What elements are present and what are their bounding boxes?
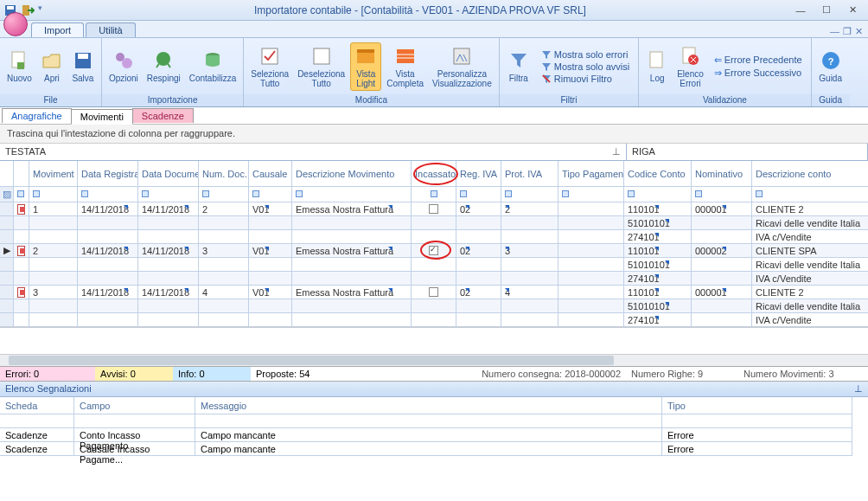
- salva-button[interactable]: Salva: [68, 48, 98, 85]
- col-tipo-pag[interactable]: Tipo Pagamento: [558, 161, 624, 187]
- title-bar: ▾ Importatore contabile - [Contabilità -…: [0, 0, 868, 21]
- segnalazioni-row[interactable]: ScadenzeConto Incasso PagamentoCampo man…: [0, 428, 868, 442]
- ribbon-group-file: Nuovo Apri Salva File: [0, 38, 102, 106]
- col-descr-conto[interactable]: Descrizione conto: [752, 161, 868, 187]
- grid-filter-row[interactable]: ▨: [0, 187, 868, 202]
- ribbon-group-validazione: Log Elenco Errori ⇐Errore Precedente ⇒Er…: [639, 38, 811, 106]
- status-movimenti: Numero Movimenti: 3: [738, 367, 868, 381]
- status-righe: Numero Righe: 9: [626, 367, 738, 381]
- band-testata: TESTATA⊥: [0, 144, 627, 160]
- window-title: Importatore contabile - [Contabilità - V…: [52, 4, 788, 16]
- status-info[interactable]: Info: 0: [173, 367, 251, 381]
- close-button[interactable]: ✕: [840, 3, 865, 18]
- col-data-reg[interactable]: Data Registrazione: [78, 161, 138, 187]
- col-prot-iva[interactable]: Prot. IVA: [501, 161, 558, 187]
- col-num-doc[interactable]: Num. Doc.: [199, 161, 249, 187]
- contabilizza-button[interactable]: Contabilizza: [186, 48, 239, 85]
- filtra-button[interactable]: Filtra: [503, 48, 534, 85]
- mdi-restore-icon[interactable]: ❐: [843, 26, 852, 37]
- mdi-minimize-icon[interactable]: —: [830, 26, 839, 37]
- mostra-solo-errori-link[interactable]: Mostra solo errori: [539, 48, 631, 61]
- table-row[interactable]: 51010101Ricavi delle vendite Italia: [0, 299, 868, 313]
- rimuovi-filtro-link[interactable]: Rimuovi Filtro: [539, 73, 631, 85]
- table-row[interactable]: 114/11/201814/11/20182V01Emessa Nostra F…: [0, 202, 868, 216]
- checkbox[interactable]: [429, 246, 438, 255]
- table-row[interactable]: 314/11/201814/11/20184V01Emessa Nostra F…: [0, 286, 868, 299]
- col-reg-iva[interactable]: Reg. IVA: [456, 161, 501, 187]
- col-causale[interactable]: Causale: [249, 161, 292, 187]
- guida-button[interactable]: ?Guida: [815, 48, 846, 85]
- col-descr-mov[interactable]: Descrizione Movimento: [292, 161, 412, 187]
- segn-col-tipo[interactable]: Tipo: [662, 397, 852, 414]
- subtab-scadenze[interactable]: Scadenze: [132, 108, 194, 123]
- table-row[interactable]: 274101IVA c/Vendite: [0, 313, 868, 327]
- personalizza-button[interactable]: Personalizza Visualizzazione: [429, 43, 495, 90]
- segnalazioni-header: Scheda Campo Messaggio Tipo: [0, 397, 868, 414]
- tab-utilita[interactable]: Utilità: [86, 22, 136, 37]
- checkbox[interactable]: [429, 287, 438, 297]
- horizontal-scrollbar[interactable]: [0, 354, 868, 366]
- col-codice-conto[interactable]: Codice Conto: [624, 161, 692, 187]
- svg-rect-4: [17, 62, 24, 69]
- status-consegna: Numero consegna: 2018-000002: [389, 367, 626, 381]
- opzioni-button[interactable]: Opzioni: [105, 48, 142, 85]
- ribbon-group-filtri: Filtra Mostra solo errori Mostra solo av…: [500, 38, 639, 106]
- svg-rect-1: [7, 6, 14, 10]
- ribbon: Nuovo Apri Salva File Opzioni Respingi C…: [0, 38, 868, 107]
- grid-header: Moviment Data Registrazione Data Documen…: [0, 161, 868, 187]
- errore-successivo-link[interactable]: ⇒Errore Successivo: [712, 67, 804, 80]
- mdi-close-icon[interactable]: ✕: [855, 26, 863, 37]
- pdf-icon: [17, 287, 25, 298]
- status-avvisi[interactable]: Avvisi: 0: [95, 367, 173, 381]
- segnalazioni-row[interactable]: ScadenzeCausale Incasso Pagame...Campo m…: [0, 442, 868, 456]
- maximize-button[interactable]: ☐: [814, 3, 839, 18]
- table-row[interactable]: ▶214/11/201814/11/20183V01Emessa Nostra …: [0, 244, 868, 258]
- col-data-doc[interactable]: Data Documento: [138, 161, 199, 187]
- segnalazioni-title: Elenco Segnalazioni⊥: [0, 382, 868, 397]
- status-bar: Errori: 0 Avvisi: 0 Info: 0 Proposte: 54…: [0, 366, 868, 382]
- seleziona-tutto-button[interactable]: Seleziona Tutto: [247, 43, 292, 90]
- subtab-anagrafiche[interactable]: Anagrafiche: [2, 108, 72, 123]
- svg-rect-6: [78, 54, 88, 59]
- col-incassato[interactable]: Incassato Pagato: [412, 161, 456, 187]
- svg-rect-20: [650, 52, 662, 67]
- svg-rect-18: [454, 48, 469, 64]
- svg-rect-12: [314, 48, 329, 64]
- col-moviment[interactable]: Moviment: [29, 161, 78, 187]
- pin-icon[interactable]: ⊥: [612, 146, 621, 157]
- respingi-button[interactable]: Respingi: [144, 48, 184, 85]
- col-nominativo[interactable]: Nominativo: [692, 161, 752, 187]
- pin-icon[interactable]: ⊥: [854, 383, 863, 395]
- deseleziona-tutto-button[interactable]: Deseleziona Tutto: [294, 43, 348, 90]
- apri-button[interactable]: Apri: [37, 48, 67, 85]
- minimize-button[interactable]: —: [788, 3, 813, 18]
- segn-col-messaggio[interactable]: Messaggio: [195, 397, 662, 414]
- qat-dropdown-icon[interactable]: ▾: [38, 3, 52, 17]
- table-row[interactable]: 274101IVA c/Vendite: [0, 230, 868, 244]
- vista-completa-button[interactable]: Vista Completa: [383, 43, 427, 90]
- table-row[interactable]: 274101IVA c/Vendite: [0, 272, 868, 286]
- group-by-bar[interactable]: Trascina qui l'intestazione di colonna p…: [0, 125, 868, 144]
- nuovo-button[interactable]: Nuovo: [3, 48, 35, 85]
- checkbox[interactable]: [429, 204, 438, 214]
- elenco-errori-button[interactable]: Elenco Errori: [673, 43, 707, 90]
- status-proposte: Proposte: 54: [251, 367, 389, 381]
- ribbon-group-importazione: Opzioni Respingi Contabilizza Importazio…: [102, 38, 244, 106]
- subtabs: Anagrafiche Movimenti Scadenze: [0, 107, 868, 125]
- data-grid[interactable]: Moviment Data Registrazione Data Documen…: [0, 161, 868, 328]
- table-row[interactable]: 51010101Ricavi delle vendite Italia: [0, 258, 868, 272]
- table-row[interactable]: 51010101Ricavi delle vendite Italia: [0, 216, 868, 230]
- tab-import[interactable]: Import: [31, 22, 84, 37]
- app-orb-icon[interactable]: [3, 12, 28, 36]
- segn-col-campo[interactable]: Campo: [74, 397, 195, 414]
- pdf-icon: [17, 246, 25, 256]
- segn-col-scheda[interactable]: Scheda: [0, 397, 74, 414]
- log-button[interactable]: Log: [642, 48, 672, 85]
- subtab-movimenti[interactable]: Movimenti: [71, 109, 133, 125]
- errore-precedente-link[interactable]: ⇐Errore Precedente: [712, 54, 804, 67]
- mostra-solo-avvisi-link[interactable]: Mostra solo avvisi: [539, 61, 631, 73]
- status-errori[interactable]: Errori: 0: [0, 367, 95, 381]
- vista-light-button[interactable]: Vista Light: [350, 42, 381, 91]
- pdf-icon: [17, 204, 25, 215]
- segnalazioni-filter[interactable]: [0, 414, 868, 428]
